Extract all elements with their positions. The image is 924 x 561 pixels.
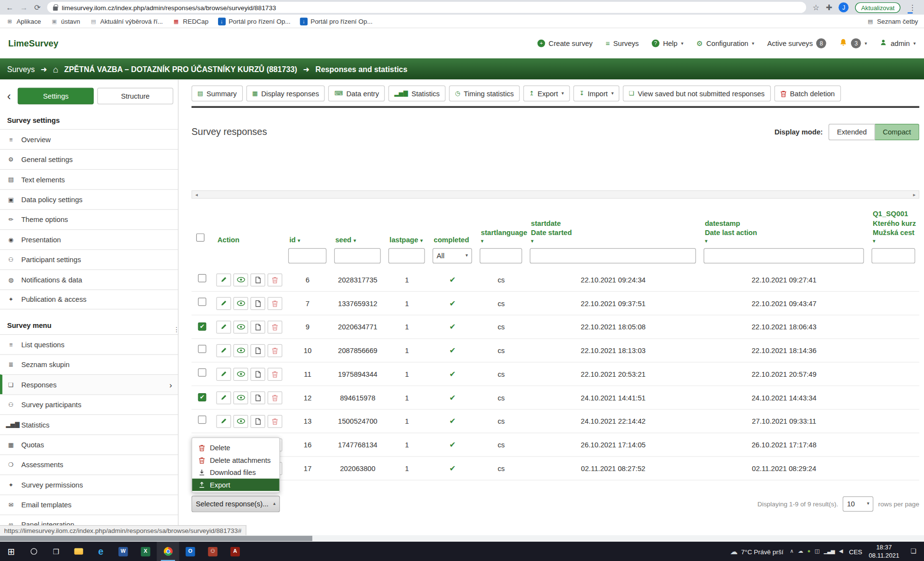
- sidebar-item-theme-options[interactable]: ✏Theme options: [0, 209, 178, 229]
- context-menu-item-export[interactable]: Export: [192, 479, 279, 491]
- sidebar-item-survey-participants[interactable]: ⚇Survey participants: [0, 394, 178, 414]
- taskbar-search-button[interactable]: [22, 542, 44, 561]
- nav-active-surveys[interactable]: Active surveys8: [767, 38, 826, 48]
- filter-q1-input[interactable]: [872, 248, 915, 264]
- home-icon[interactable]: ⌂: [53, 64, 59, 73]
- taskbar-excel-button[interactable]: X: [134, 542, 157, 561]
- extensions-icon[interactable]: ✚: [826, 3, 832, 11]
- taskbar-start-button[interactable]: ⊞: [0, 542, 22, 561]
- view-response-button[interactable]: [234, 414, 248, 428]
- back-icon[interactable]: ←: [6, 3, 14, 11]
- browser-update-button[interactable]: Aktualizovat: [855, 2, 900, 13]
- context-menu-item-download-files[interactable]: Download files: [192, 466, 279, 479]
- network-icon[interactable]: ▁▃▅: [824, 549, 835, 554]
- sidebar-item-participant-settings[interactable]: ⚇Participant settings: [0, 250, 178, 269]
- select-all-checkbox[interactable]: [196, 234, 205, 242]
- sidebar-item-quotas[interactable]: ▦Quotas: [0, 434, 178, 454]
- sidebar-item-list-questions[interactable]: ≡List questions: [0, 334, 178, 354]
- edit-response-button[interactable]: [216, 391, 231, 404]
- bookmark-stavn[interactable]: ▣ústavn: [50, 17, 80, 25]
- nav-surveys[interactable]: ≡Surveys: [605, 39, 639, 47]
- tab-structure[interactable]: Structure: [97, 88, 173, 104]
- view-response-button[interactable]: [234, 344, 248, 357]
- antivirus-icon[interactable]: ●: [807, 549, 810, 554]
- sidebar-item-text-elements[interactable]: ▤Text elements: [0, 169, 178, 189]
- taskbar-edge-button[interactable]: e: [89, 542, 112, 561]
- tray-expand-icon[interactable]: ∧: [790, 549, 793, 554]
- sidebar-item-assessments[interactable]: ❍Assessments: [0, 455, 178, 474]
- nav-help[interactable]: ?Help▾: [652, 39, 683, 47]
- view-response-button[interactable]: [234, 297, 248, 310]
- row-checkbox[interactable]: ✔: [198, 323, 206, 331]
- bookmark-aplikace[interactable]: ⊞Aplikace: [6, 17, 41, 25]
- view-details-button[interactable]: [250, 297, 265, 310]
- taskbar-task-view-button[interactable]: ❐: [45, 542, 67, 561]
- view-details-button[interactable]: [250, 344, 265, 357]
- edit-response-button[interactable]: [216, 273, 231, 286]
- scroll-right-icon[interactable]: ►: [912, 192, 916, 197]
- taskbar-clock[interactable]: 18:37 08.11.2021: [869, 544, 899, 560]
- refresh-icon[interactable]: ⟳: [34, 3, 41, 11]
- forward-icon[interactable]: →: [20, 3, 28, 11]
- taskbar-acrobat-button[interactable]: A: [224, 542, 246, 561]
- filter-seed-input[interactable]: [334, 248, 381, 264]
- filter-lastpage-input[interactable]: [388, 248, 425, 264]
- bookmark-redcap[interactable]: ▦REDCap: [172, 17, 208, 25]
- sidebar-item-presentation[interactable]: ◉Presentation: [0, 229, 178, 249]
- edit-response-button[interactable]: [216, 297, 231, 310]
- delete-response-button[interactable]: [267, 344, 282, 357]
- sidebar-item-statistics[interactable]: ▂▅▇Statistics: [0, 414, 178, 434]
- context-menu-item-delete-attachments[interactable]: Delete attachments: [192, 454, 279, 466]
- toolbar-button-summary[interactable]: ▤Summary: [191, 86, 243, 102]
- toolbar-button-export[interactable]: ↥Export▾: [523, 86, 570, 102]
- delete-response-button[interactable]: [267, 320, 282, 333]
- view-details-button[interactable]: [250, 273, 265, 286]
- sidebar-item-overview[interactable]: ≡Overview: [0, 129, 178, 149]
- delete-response-button[interactable]: [267, 368, 282, 381]
- profile-avatar[interactable]: J: [839, 2, 849, 13]
- breadcrumb-survey-title[interactable]: ZPĚTNÁ VAZBA – DOTAZNÍK PRO ÚČASTNÍKY KU…: [64, 64, 297, 73]
- taskbar-outlook-button[interactable]: O: [179, 542, 202, 561]
- row-checkbox[interactable]: [198, 369, 206, 377]
- row-checkbox[interactable]: [198, 345, 206, 353]
- taskbar-chrome-button[interactable]: [157, 542, 179, 561]
- scroll-left-icon[interactable]: ◄: [194, 192, 198, 197]
- delete-response-button[interactable]: [267, 297, 282, 310]
- taskbar-file-explorer-button[interactable]: [67, 542, 89, 561]
- col-header-id[interactable]: id ▾: [285, 235, 331, 245]
- taskbar-people-button[interactable]: ⚇: [202, 542, 224, 561]
- nav-create-survey[interactable]: +Create survey: [537, 39, 592, 47]
- bookmark-port-l-pro-zen-op[interactable]: ↓Portál pro řízení Op...: [218, 17, 291, 25]
- browser-hscrollbar[interactable]: [0, 535, 924, 542]
- filter-startdate-input[interactable]: [530, 248, 696, 264]
- bookmark-aktu-ln-v-b-rov[interactable]: ▤Aktuální výběrová ří...: [89, 17, 163, 25]
- view-response-button[interactable]: [234, 273, 248, 286]
- row-checkbox[interactable]: [198, 297, 206, 306]
- row-checkbox[interactable]: ✔: [198, 393, 206, 401]
- sidebar-item-general-settings[interactable]: ⚙General settings: [0, 149, 178, 169]
- breadcrumb-surveys[interactable]: Surveys: [7, 64, 35, 73]
- delete-response-button[interactable]: [267, 391, 282, 404]
- view-details-button[interactable]: [250, 320, 265, 333]
- bookmark-port-l-pro-zen-op[interactable]: ↓Portál pro řízení Op...: [300, 17, 372, 25]
- tab-settings[interactable]: Settings: [18, 88, 94, 104]
- view-response-button[interactable]: [234, 368, 248, 381]
- bookmark-star-icon[interactable]: ☆: [812, 3, 819, 11]
- edit-response-button[interactable]: [216, 320, 231, 333]
- display-mode-extended-button[interactable]: Extended: [829, 124, 875, 140]
- edit-response-button[interactable]: [216, 368, 231, 381]
- view-response-button[interactable]: [234, 391, 248, 404]
- toolbar-button-view-saved-but-not-submitted-responses[interactable]: ❏View saved but not submitted responses: [623, 86, 771, 102]
- filter-id-input[interactable]: [288, 248, 326, 264]
- view-response-button[interactable]: [234, 320, 248, 333]
- edit-response-button[interactable]: [216, 414, 231, 428]
- col-header-seed[interactable]: seed ▾: [331, 235, 385, 245]
- sidebar-item-seznam-skupin[interactable]: ≣Seznam skupin: [0, 354, 178, 374]
- onedrive-icon[interactable]: ☁: [798, 549, 803, 554]
- rows-per-page-select[interactable]: 10 ▾: [843, 496, 873, 512]
- view-details-button[interactable]: [250, 368, 265, 381]
- action-center-icon[interactable]: ❏: [906, 547, 921, 555]
- notifications-button[interactable]: 3 ▾: [839, 38, 867, 48]
- view-details-button[interactable]: [250, 391, 265, 404]
- url-bar[interactable]: limesurvey.ilom.cz/index.php/admin/respo…: [47, 2, 806, 13]
